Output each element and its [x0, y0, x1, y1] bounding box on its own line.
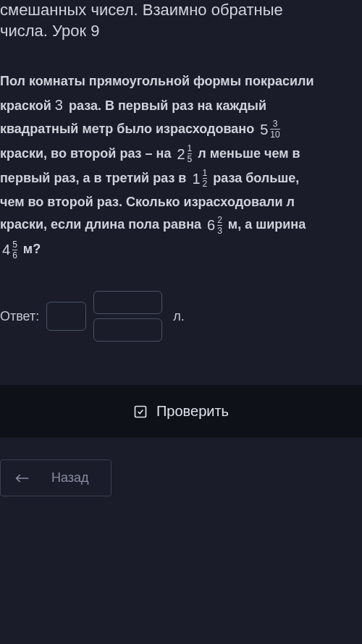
- answer-fraction-inputs: [93, 291, 162, 342]
- fraction-3: 1 1 2: [192, 166, 207, 191]
- answer-denominator-input[interactable]: [93, 318, 162, 342]
- fraction-1: 5 3 10: [260, 117, 279, 142]
- svg-rect-0: [135, 406, 146, 417]
- check-button[interactable]: Проверить: [0, 385, 362, 438]
- fraction-2: 2 1 5: [177, 142, 192, 166]
- check-button-label: Проверить: [156, 403, 229, 420]
- answer-label: Ответ:: [0, 309, 39, 324]
- header-line1: смешанных чисел. Взаимно обратные: [0, 1, 283, 19]
- check-icon: [133, 404, 148, 419]
- fraction-4: 6 2 3: [207, 213, 222, 237]
- answer-numerator-input[interactable]: [93, 291, 162, 314]
- back-button[interactable]: Назад: [0, 459, 111, 496]
- header-line2: числа. Урок 9: [0, 22, 99, 40]
- lesson-header: смешанных чисел. Взаимно обратные числа.…: [0, 0, 362, 56]
- back-button-label: Назад: [51, 470, 89, 486]
- answer-unit: л.: [173, 309, 185, 324]
- answer-whole-input[interactable]: [46, 302, 86, 331]
- fraction-5: 4 5 6: [2, 237, 17, 262]
- answer-row: Ответ: л.: [0, 291, 362, 342]
- arrow-left-icon: [15, 473, 30, 484]
- problem-text: Пол комнаты прямоугольной формы покрасил…: [0, 56, 362, 276]
